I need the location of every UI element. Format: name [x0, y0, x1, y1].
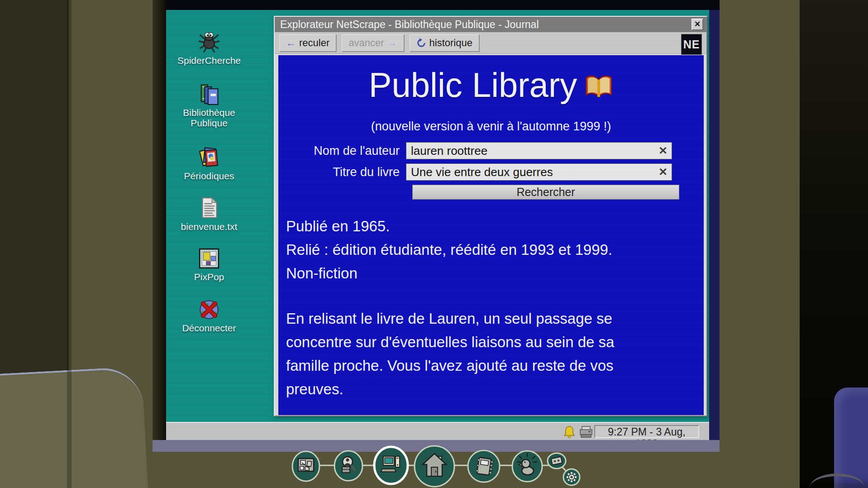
page-title: Public Library: [278, 58, 704, 115]
taskbar: 9:27 PM - 3 Aug, 1999: [166, 422, 709, 440]
forward-arrow-icon: →: [387, 37, 397, 49]
monitor-bezel-left: [153, 0, 166, 452]
desktop-icon-label: Déconnecter: [173, 323, 245, 333]
window-title: Explorateur NetScrape - Bibliothèque Pub…: [280, 19, 539, 30]
desktop-icon-label: SpiderCherche: [173, 55, 245, 66]
monitor-screen: SpiderCherche Bibliothèque Publique: [166, 10, 709, 440]
history-button[interactable]: historique: [410, 34, 479, 52]
close-button[interactable]: ✕: [692, 19, 703, 30]
magazines-icon: [197, 145, 221, 169]
author-label: Nom de l'auteur: [278, 142, 406, 159]
image-app-icon: [198, 247, 220, 270]
back-arrow-icon: ←: [286, 37, 296, 49]
journal-note: En relisant le livre de Lauren, un seul …: [286, 307, 700, 401]
result-line: Publié en 1965.: [286, 215, 612, 238]
clear-author-button[interactable]: ✕: [656, 144, 670, 158]
disconnect-globe-icon: [198, 298, 220, 321]
monitor-bezel-right: [709, 10, 720, 450]
monitor-bezel-top: [153, 0, 720, 10]
result-line: Relié : édition étudiante, réédité en 19…: [286, 238, 612, 262]
open-book-icon: [584, 61, 613, 115]
spider-icon: [197, 30, 221, 53]
web-page: Public Library (nouvelle version à venir…: [278, 55, 704, 415]
desktop-icon-deconnecter[interactable]: Déconnecter: [173, 298, 245, 333]
history-arrow-icon: [416, 38, 426, 48]
settings-gear-icon: [567, 472, 577, 482]
browser-window: Explorateur NetScrape - Bibliothèque Pub…: [274, 16, 707, 416]
search-form: Nom de l'auteur ✕ Titre du livre ✕: [278, 142, 704, 200]
author-input[interactable]: [406, 142, 672, 159]
search-results: Publié en 1965. Relié : édition étudiant…: [286, 215, 612, 285]
netscrape-logo: NE: [681, 34, 702, 55]
notebook-icon: [476, 457, 494, 475]
forward-button-label: avancer: [348, 37, 384, 49]
search-button[interactable]: Rechercher: [412, 185, 679, 200]
chair: [834, 388, 868, 488]
printer-icon[interactable]: [579, 426, 593, 438]
text-file-icon: [198, 196, 220, 220]
dock-item-rubber-duck[interactable]: [512, 451, 542, 482]
result-line: Non-fiction: [286, 262, 612, 285]
desktop-icon-pixpop[interactable]: PixPop: [173, 247, 245, 282]
dock-item-settings[interactable]: [563, 469, 580, 485]
books-icon: [197, 82, 221, 105]
desktop-icon-label: Bibliothèque Publique: [173, 107, 245, 128]
wall-edge: [67, 0, 72, 488]
book-title-label: Titre du livre: [278, 163, 406, 181]
clear-book-title-button[interactable]: ✕: [656, 165, 670, 179]
desktop-icon-bibliotheque[interactable]: Bibliothèque Publique: [173, 82, 245, 128]
back-button-label: reculer: [299, 37, 329, 49]
clock: 9:27 PM - 3 Aug, 1999: [594, 425, 699, 438]
dock-item-notebook[interactable]: [468, 450, 500, 482]
desktop-icon-label: Périodiques: [173, 171, 245, 181]
game-screen: SpiderCherche Bibliothèque Publique: [0, 0, 868, 488]
dock-item-investigation-desk[interactable]: [334, 451, 362, 481]
dock-item-evidence-board[interactable]: [292, 451, 320, 481]
bell-icon[interactable]: [563, 426, 575, 438]
dock-item-home[interactable]: [415, 446, 454, 487]
book-title-input[interactable]: [406, 163, 672, 181]
desktop-icon-label: bienvenue.txt: [173, 221, 245, 232]
couch-arm: [0, 366, 148, 488]
history-button-label: historique: [429, 37, 472, 49]
dock-item-cassette[interactable]: [548, 453, 566, 469]
desktop-icon-periodiques[interactable]: Périodiques: [173, 145, 245, 181]
desktop-icon-spidercherche[interactable]: SpiderCherche: [173, 30, 245, 66]
page-subtitle: (nouvelle version à venir à l'automne 19…: [278, 120, 704, 134]
evidence-board-icon: [298, 459, 314, 471]
dock: [285, 444, 584, 488]
window-titlebar: Explorateur NetScrape - Bibliothèque Pub…: [275, 17, 706, 32]
desktop-icon-bienvenue[interactable]: bienvenue.txt: [173, 196, 245, 232]
desktop-icon-label: PixPop: [173, 272, 245, 282]
page-title-text: Public Library: [369, 66, 577, 104]
back-button[interactable]: ← reculer: [279, 34, 336, 52]
forward-button[interactable]: avancer →: [342, 34, 404, 52]
dock-item-computer[interactable]: [374, 447, 408, 484]
browser-toolbar: ← reculer avancer → historique: [275, 32, 706, 54]
